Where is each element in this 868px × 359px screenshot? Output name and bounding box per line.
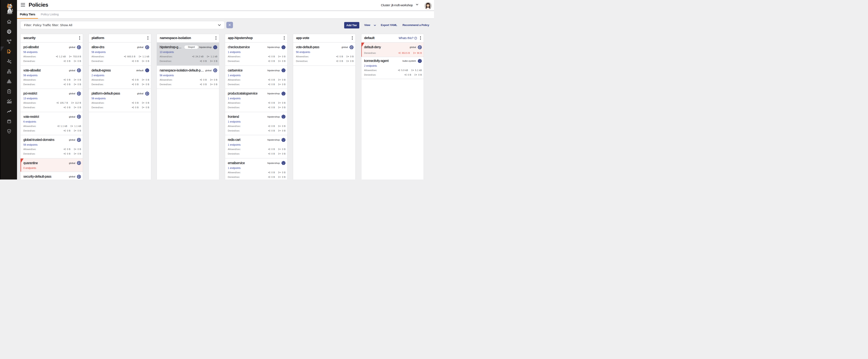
svg-text:?: ? xyxy=(415,37,416,39)
svg-text:ns: ns xyxy=(283,71,284,72)
svg-text:ns: ns xyxy=(215,48,216,49)
svg-text:ns: ns xyxy=(283,140,284,141)
svg-text:ns: ns xyxy=(419,61,420,62)
svg-text:ns: ns xyxy=(283,48,284,49)
svg-text:ns: ns xyxy=(283,164,284,165)
svg-text:ns: ns xyxy=(283,94,284,95)
svg-text:ns: ns xyxy=(283,117,284,118)
svg-text:ns: ns xyxy=(147,71,148,72)
